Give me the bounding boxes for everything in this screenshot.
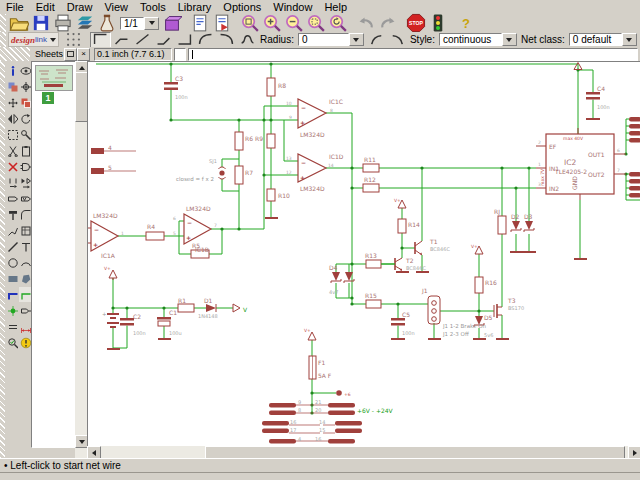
command-input[interactable] [188, 48, 638, 61]
schematic-label: LM324D [300, 131, 325, 138]
sheet-selector-dropdown[interactable] [144, 17, 159, 30]
wire-icon [7, 241, 19, 253]
style-combobox[interactable]: continuous [439, 33, 517, 46]
schematic-label: IC1A [101, 252, 116, 259]
arrow-right-icon [633, 450, 637, 456]
wire-bend-arc2-button[interactable] [216, 32, 237, 48]
redo-icon [378, 13, 398, 33]
zoom-in-button[interactable] [261, 14, 283, 32]
zoom-redraw-button[interactable] [327, 14, 349, 32]
grid-button[interactable] [63, 32, 84, 48]
menu-library[interactable]: Library [172, 1, 218, 14]
wire-bend-freehand-button[interactable] [237, 32, 258, 48]
schematic-label: R16 [485, 279, 497, 286]
close-panel-button[interactable]: × [77, 48, 90, 61]
zoom-fit-button[interactable] [239, 14, 261, 32]
schematic-label: 14 [328, 163, 334, 168]
schematic-label: 7 [214, 223, 217, 228]
panel-drag-handle[interactable] [0, 47, 30, 61]
arc-left-button[interactable] [366, 32, 387, 48]
sheets-scrollbar[interactable] [75, 61, 87, 458]
schematic-label: R10 [278, 192, 290, 199]
connector-pads-right [629, 117, 640, 198]
svg-text:STOP: STOP [409, 20, 423, 26]
toolbar-drag-handle[interactable] [0, 14, 6, 32]
help-button[interactable]: ? [455, 14, 477, 32]
wire-bend-45-button[interactable] [111, 32, 132, 48]
schematic-label: + [102, 311, 107, 317]
netclass-label: Net class: [521, 34, 565, 45]
radius-dropdown[interactable] [349, 33, 364, 46]
split-icon [7, 225, 19, 237]
schematic-label: max 40V [563, 136, 584, 141]
schematic-label: 8 [298, 407, 301, 413]
schematic-label: R14 [408, 221, 420, 228]
schematic-label: V [243, 306, 248, 313]
float-panel-button[interactable] [64, 48, 77, 61]
schematic-label: 7 [617, 168, 620, 173]
label-icon [20, 305, 32, 317]
library-box-icon [162, 13, 182, 33]
schematic-label: OUT2 [588, 171, 605, 178]
transistor-t3 [494, 304, 502, 318]
style-dropdown[interactable] [502, 33, 517, 46]
schematic-label: 100n [597, 104, 610, 110]
sheet-selector[interactable]: 1/1 [120, 17, 159, 30]
bend-arc1-icon [196, 31, 215, 48]
capacitor-c4 [586, 92, 600, 100]
zoom-out-button[interactable] [283, 14, 305, 32]
sheet-thumbnail[interactable] [35, 65, 73, 91]
undo-icon [356, 13, 376, 33]
schematic-label: R7 [245, 169, 253, 176]
erc-button[interactable] [427, 14, 449, 32]
open-button[interactable] [8, 14, 30, 32]
designlink-button[interactable]: design link [8, 32, 59, 47]
schematic-label: R4 [147, 223, 155, 230]
sheets-panel-header: Sheets × [34, 48, 90, 61]
stop-button[interactable]: STOP [405, 14, 427, 32]
arc-right-button[interactable] [387, 32, 408, 48]
board-button[interactable] [96, 14, 118, 32]
wire-bend-45-late-button[interactable] [153, 32, 174, 48]
resistor-r11 [363, 164, 379, 172]
netclass-combobox[interactable]: 0 default [569, 33, 637, 46]
canvas-horizontal-scrollbar[interactable] [87, 446, 640, 458]
wire-bend-diagonal-button[interactable] [132, 32, 153, 48]
stop-sign-icon: STOP [406, 13, 426, 33]
schematic-label: LM324D [93, 212, 118, 219]
schematic-label: closed = f x 2 [176, 176, 214, 182]
toolbar-drag-handle[interactable] [0, 32, 6, 47]
menu-tools[interactable]: Tools [134, 1, 172, 14]
arc-right-icon [388, 31, 407, 48]
schematic-label: V+ [394, 198, 401, 203]
menu-file[interactable]: File [0, 1, 30, 14]
run-button[interactable] [211, 14, 233, 32]
menu-help[interactable]: Help [318, 1, 353, 14]
use-library-button[interactable] [161, 14, 183, 32]
schematic-label: +6V - +24V [357, 407, 394, 414]
menu-view[interactable]: View [98, 1, 134, 14]
redo-button[interactable] [377, 14, 399, 32]
resistor-r4 [146, 232, 164, 240]
schematic-label: IC2 [564, 158, 576, 167]
menu-window[interactable]: Window [267, 1, 318, 14]
zoom-select-button[interactable] [305, 14, 327, 32]
netclass-dropdown[interactable] [622, 33, 637, 46]
undo-button[interactable] [355, 14, 377, 32]
script-button[interactable] [189, 14, 211, 32]
menu-options[interactable]: Options [217, 1, 267, 14]
save-button[interactable] [30, 14, 52, 32]
sheet-number-badge[interactable]: 1 [42, 92, 54, 104]
wire-bend-arc1-button[interactable] [195, 32, 216, 48]
schematic-label: J1 1-2 Brake On [442, 323, 486, 330]
schematic-label: 100n [402, 330, 415, 336]
wire-bend-90-late-button[interactable] [174, 32, 195, 48]
schematic-label: R15 [365, 292, 377, 299]
move-arrows-icon [7, 97, 19, 109]
wire-bend-90-button[interactable] [90, 32, 111, 48]
eye-icon [20, 65, 32, 77]
schematic-canvas[interactable]: C3100nR8R6R9R7SJ1closed = f x 2R10IC1CLM… [87, 61, 640, 447]
menu-edit[interactable]: Edit [30, 1, 61, 14]
menu-draw[interactable]: Draw [61, 1, 99, 14]
radius-combobox[interactable]: 0 [298, 33, 364, 46]
